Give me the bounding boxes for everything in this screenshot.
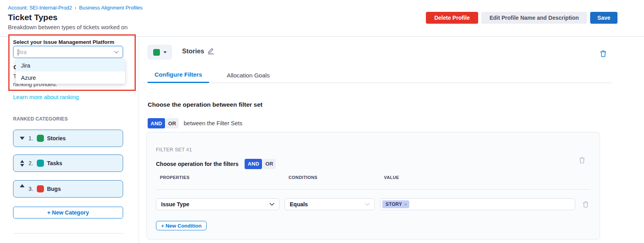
filter-condition-row: Issue Type Equals STORY × bbox=[156, 198, 591, 210]
category-rank: 3. bbox=[28, 186, 33, 192]
tab-configure-filters[interactable]: Configure Filters bbox=[148, 67, 209, 83]
category-color-dot bbox=[37, 135, 44, 142]
learn-more-ranking-link[interactable]: Learn more about ranking bbox=[13, 94, 79, 100]
and-or-toggle: AND OR bbox=[148, 118, 179, 128]
and-button[interactable]: AND bbox=[148, 118, 165, 128]
platform-dropdown-menu: Jira Azure bbox=[16, 59, 125, 84]
breadcrumb-section-link[interactable]: Business Alignment Profiles bbox=[79, 5, 142, 11]
category-color-dot bbox=[37, 185, 44, 192]
sort-down-icon[interactable] bbox=[19, 137, 26, 140]
category-card-bugs[interactable]: 3. Bugs bbox=[13, 180, 123, 198]
and-or-toggle: AND OR bbox=[245, 159, 275, 169]
category-name: Bugs bbox=[47, 186, 61, 192]
operator-caption: between the Filter Sets bbox=[184, 120, 242, 126]
ranked-categories-title: RANKED CATEGORIES bbox=[13, 116, 68, 122]
condition-select[interactable]: Equals bbox=[285, 198, 375, 210]
sort-up-icon[interactable] bbox=[19, 184, 26, 187]
category-rank: 2. bbox=[28, 160, 33, 166]
header-actions: Delete Profile Edit Profile Name and Des… bbox=[426, 12, 617, 24]
menu-item-azure[interactable]: Azure bbox=[16, 72, 125, 84]
value-input[interactable]: STORY × bbox=[380, 198, 575, 210]
filters-operator-row: Choose operation for the filters AND OR bbox=[156, 158, 275, 169]
sort-up-down-icon[interactable] bbox=[19, 160, 26, 167]
filter-header-divider bbox=[156, 189, 591, 190]
tabbar-divider bbox=[143, 83, 612, 83]
category-card-stories[interactable]: 1. Stories bbox=[13, 130, 123, 147]
breadcrumb: Account: SEI-Internal-Prod2 › Business A… bbox=[8, 5, 142, 11]
menu-item-jira[interactable]: Jira bbox=[16, 59, 125, 72]
delete-filter-set-icon[interactable] bbox=[579, 156, 585, 164]
platform-combobox[interactable] bbox=[13, 46, 123, 58]
breadcrumb-separator-icon: › bbox=[75, 5, 76, 11]
sidebar-bottom-divider bbox=[13, 233, 123, 234]
operation-heading: Choose the operation between filter set bbox=[148, 101, 262, 108]
category-rank: 1. bbox=[28, 135, 33, 141]
delete-condition-icon[interactable] bbox=[582, 201, 589, 208]
category-title: Stories bbox=[182, 47, 204, 55]
new-category-button[interactable]: + New Category bbox=[13, 207, 123, 219]
filter-set-card: FILTER SET #1 Choose operation for the f… bbox=[146, 132, 600, 239]
chevron-down-icon bbox=[270, 203, 274, 206]
save-button[interactable]: Save bbox=[590, 12, 617, 24]
and-button[interactable]: AND bbox=[245, 159, 262, 169]
platform-select-label: Select your Issue Management Platform bbox=[13, 39, 114, 45]
platform-input[interactable] bbox=[17, 49, 114, 55]
chevron-down-icon bbox=[114, 51, 119, 54]
delete-category-icon[interactable] bbox=[600, 50, 607, 57]
property-select[interactable]: Issue Type bbox=[156, 198, 279, 210]
sidebar-divider bbox=[139, 36, 139, 243]
caret-down-icon bbox=[163, 51, 167, 53]
properties-column-header: PROPERTIES bbox=[156, 175, 279, 180]
category-card-tasks[interactable]: 2. Tasks bbox=[13, 154, 123, 172]
page-subtitle: Breakdown between types of tickets worke… bbox=[8, 24, 127, 30]
category-color-dot bbox=[37, 160, 44, 167]
page-title: Ticket Types bbox=[8, 13, 57, 22]
conditions-column-header: CONDITIONS bbox=[285, 175, 375, 180]
tab-allocation-goals[interactable]: Allocation Goals bbox=[220, 67, 277, 83]
value-tag: STORY × bbox=[382, 200, 409, 208]
delete-profile-button[interactable]: Delete Profile bbox=[426, 12, 478, 24]
chevron-down-icon bbox=[365, 203, 370, 206]
category-name: Stories bbox=[47, 135, 66, 141]
breadcrumb-account-link[interactable]: Account: SEI-Internal-Prod2 bbox=[8, 5, 72, 11]
edit-pencil-icon[interactable] bbox=[207, 47, 215, 55]
value-column-header: VALUE bbox=[380, 175, 575, 180]
filters-operator-label: Choose operation for the filters bbox=[156, 161, 238, 167]
business-alignment-profile-page: Account: SEI-Internal-Prod2 › Business A… bbox=[0, 0, 644, 243]
text-cursor bbox=[18, 49, 18, 56]
new-condition-button[interactable]: + New Condition bbox=[156, 221, 207, 230]
category-color-picker[interactable] bbox=[147, 45, 172, 60]
edit-profile-button[interactable]: Edit Profile Name and Description bbox=[481, 12, 587, 24]
color-swatch bbox=[153, 49, 160, 56]
filter-set-title: FILTER SET #1 bbox=[156, 147, 192, 153]
filter-columns-header: PROPERTIES CONDITIONS VALUE bbox=[156, 175, 591, 180]
header-divider bbox=[0, 36, 644, 37]
filter-set-operator-row: AND OR between the Filter Sets bbox=[148, 118, 242, 128]
or-button[interactable]: OR bbox=[263, 159, 275, 169]
remove-tag-icon[interactable]: × bbox=[404, 202, 407, 207]
or-button[interactable]: OR bbox=[166, 118, 179, 128]
category-name: Tasks bbox=[47, 160, 63, 166]
